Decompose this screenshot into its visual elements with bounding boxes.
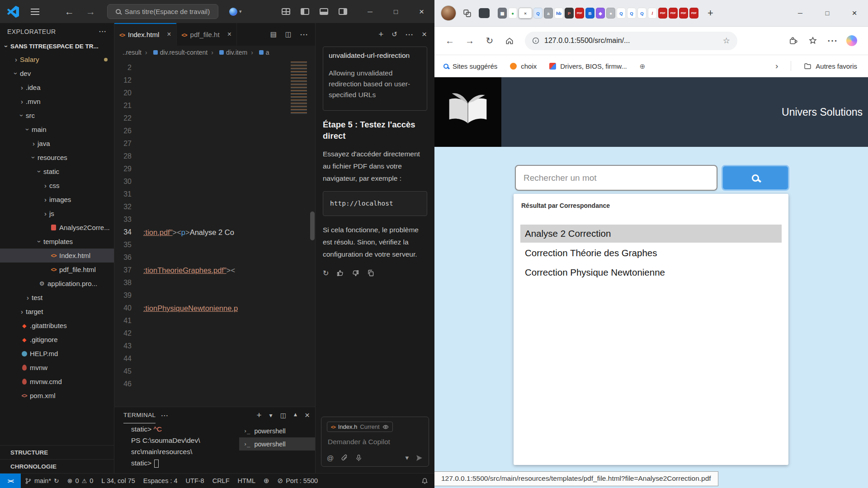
code-line[interactable]: 42 <box>114 327 315 340</box>
tree-item[interactable]: mvnw <box>0 361 114 375</box>
code-line[interactable]: 46 <box>114 378 315 390</box>
extensions-icon[interactable] <box>787 33 799 49</box>
favorite-item[interactable]: choix <box>510 62 537 70</box>
breadcrumb-item[interactable]: div.item <box>208 49 247 56</box>
git-branch-item[interactable]: main* <box>21 474 63 488</box>
split-terminal-icon[interactable] <box>280 412 286 419</box>
word-search-input[interactable] <box>515 165 717 191</box>
browser-tab[interactable]: PDF <box>669 8 678 19</box>
browser-tab[interactable]: Q <box>627 8 636 19</box>
workspace-root[interactable]: SANS TITRE(ESPACE DE TR... <box>0 40 114 52</box>
code-line[interactable]: 12 <box>114 74 315 87</box>
explorer-more-icon[interactable] <box>99 28 107 35</box>
browser-tab[interactable]: Q <box>617 8 626 19</box>
notifications-item[interactable] <box>417 474 434 488</box>
new-terminal-icon[interactable] <box>256 410 261 420</box>
chat-more-icon[interactable] <box>406 31 414 38</box>
model-picker-icon[interactable] <box>405 454 409 462</box>
tree-item[interactable]: application.pro... <box>0 277 114 291</box>
close-button[interactable] <box>841 0 868 26</box>
thumbs-down-icon[interactable] <box>352 269 359 277</box>
minimize-button[interactable] <box>357 0 383 23</box>
breadcrumb-item[interactable]: ..result <box>123 49 142 56</box>
code-line[interactable]: 30 <box>114 175 315 188</box>
chat-input-placeholder[interactable]: Demander à Copilot <box>328 438 422 446</box>
editor-tab[interactable]: Index.html <box>114 23 177 46</box>
customize-layout-icon[interactable] <box>282 8 290 15</box>
code-line[interactable]: 34:tion.pdf"><p>Analyse 2 Co <box>114 226 315 239</box>
command-center-search[interactable]: Sans titre(Espace de travail) <box>107 4 218 19</box>
refresh-icon[interactable] <box>481 33 498 49</box>
browser-tab[interactable]: / <box>648 8 657 19</box>
eol[interactable]: CRLF <box>208 474 234 488</box>
favorite-item[interactable]: Drivers, BIOS, firmw... <box>549 62 627 70</box>
home-icon[interactable] <box>501 33 518 49</box>
breadcrumb-item[interactable]: a <box>247 49 269 56</box>
code-line[interactable]: 39 <box>114 289 315 302</box>
code-line[interactable]: 21 <box>114 99 315 112</box>
workspaces-icon[interactable] <box>461 7 473 19</box>
code-line[interactable]: 28 <box>114 150 315 163</box>
live-server-item[interactable]: Port : 5500 <box>274 474 322 488</box>
minimap[interactable] <box>288 61 309 407</box>
address-bar[interactable]: 127.0.0.1:5500/src/main/... <box>525 32 737 50</box>
tree-item[interactable]: Index.html <box>0 249 114 263</box>
site-info-icon[interactable] <box>532 37 539 44</box>
tree-item[interactable]: target <box>0 305 114 319</box>
tree-item[interactable]: templates <box>0 235 114 249</box>
menu-icon[interactable] <box>31 9 39 15</box>
editor-tab[interactable]: pdf_file.ht <box>177 23 237 46</box>
back-arrow-icon[interactable] <box>65 6 74 17</box>
terminal-more-icon[interactable] <box>161 412 169 419</box>
toggle-sidebar-icon[interactable] <box>301 8 309 15</box>
context-chip[interactable]: Index.h Current <box>327 422 393 432</box>
tree-item[interactable]: .mvn <box>0 94 114 108</box>
tree-item[interactable]: pdf_file.html <box>0 263 114 277</box>
code-line[interactable]: 22 <box>114 112 315 125</box>
close-button[interactable] <box>409 0 434 23</box>
browser-tab[interactable]: Q <box>637 8 646 19</box>
scrollbar-thumb[interactable] <box>310 211 315 240</box>
tree-item[interactable]: test <box>0 291 114 305</box>
browser-tab[interactable]: ● <box>606 8 615 19</box>
tree-item[interactable]: resources <box>0 150 114 164</box>
toggle-panel-icon[interactable] <box>320 8 328 15</box>
code-line[interactable]: 44 <box>114 352 315 365</box>
tree-item[interactable]: .idea <box>0 80 114 94</box>
browser-tab[interactable]: a <box>544 8 553 19</box>
globe-favicon[interactable] <box>640 61 646 71</box>
forward-arrow-icon[interactable] <box>462 33 478 49</box>
sidebar-section[interactable]: STRUCTURE <box>0 445 114 459</box>
maximize-panel-icon[interactable] <box>294 412 297 419</box>
copy-icon[interactable] <box>367 269 375 277</box>
code-line[interactable]: 38 <box>114 277 315 289</box>
code-line[interactable]: 32 <box>114 201 315 213</box>
indentation[interactable]: Espaces : 4 <box>139 474 182 488</box>
terminal-output[interactable]: static> ^CPS C:\soumaDev\dev\src\main\re… <box>131 423 239 473</box>
forward-arrow-icon[interactable] <box>86 6 95 17</box>
chat-history-icon[interactable] <box>392 30 397 38</box>
mention-icon[interactable] <box>327 454 334 462</box>
code-editor[interactable]: 212202122262728293031323334:tion.pdf"><p… <box>114 59 315 407</box>
tree-item[interactable]: mvnw.cmd <box>0 375 114 389</box>
browser-tab[interactable]: PDF <box>679 8 688 19</box>
copilot-icon[interactable] <box>846 35 857 46</box>
tab-close-icon[interactable] <box>167 30 171 38</box>
browser-tab[interactable]: Q <box>533 8 542 19</box>
maximize-button[interactable] <box>383 0 409 23</box>
browser-tab[interactable]: hb <box>554 8 563 19</box>
code-line[interactable]: 45 <box>114 365 315 378</box>
search-result-item[interactable]: Analyse 2 Correction <box>520 225 782 243</box>
chat-close-icon[interactable] <box>422 29 427 39</box>
split-editor-icon[interactable] <box>285 30 292 38</box>
terminal-dropdown-icon[interactable] <box>269 412 273 419</box>
language-mode[interactable]: HTML <box>234 474 259 488</box>
code-line[interactable]: 27 <box>114 137 315 150</box>
back-arrow-icon[interactable] <box>442 33 458 49</box>
code-line[interactable]: 35 <box>114 239 315 251</box>
open-preview-icon[interactable] <box>270 30 277 38</box>
sidebar-section[interactable]: CHRONOLOGIE <box>0 459 114 473</box>
profile-avatar[interactable] <box>441 5 456 21</box>
code-line[interactable]: 40:tionPhysiqueNewtonienne.p <box>114 302 315 314</box>
browser-tab[interactable]: PDF <box>575 8 584 19</box>
